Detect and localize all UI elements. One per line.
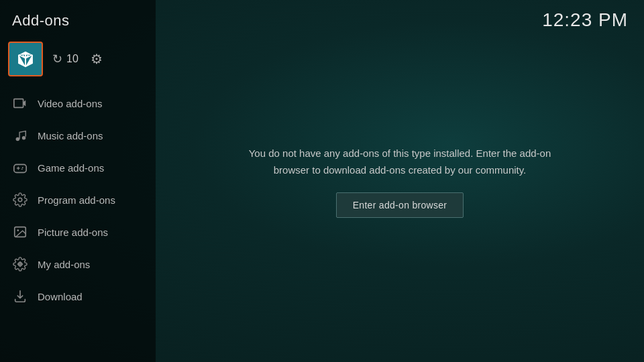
nav-item-game-addons[interactable]: Game add-ons [0, 152, 156, 184]
picture-icon [12, 224, 28, 240]
nav-item-my-addons[interactable]: My add-ons [0, 248, 156, 280]
game-icon [12, 160, 28, 176]
nav-item-picture-addons[interactable]: Picture add-ons [0, 216, 156, 248]
addon-box-icon [15, 49, 36, 69]
svg-point-7 [18, 198, 22, 202]
svg-point-2 [16, 137, 19, 141]
refresh-area[interactable]: ↻ 10 [52, 52, 78, 66]
nav-label-download: Download [38, 291, 83, 302]
music-icon [12, 127, 28, 143]
refresh-icon: ↻ [52, 52, 62, 66]
addon-icon-box[interactable] [8, 42, 43, 76]
svg-point-6 [21, 168, 23, 170]
svg-rect-4 [14, 164, 26, 172]
settings-icon[interactable]: ⚙ [91, 51, 103, 67]
svg-point-9 [17, 229, 19, 231]
main-content: You do not have any add-ons of this type… [156, 0, 644, 362]
svg-rect-0 [14, 99, 23, 108]
enter-addon-browser-button[interactable]: Enter add-on browser [336, 192, 464, 218]
nav-label-my-addons: My add-ons [38, 259, 90, 270]
program-icon [12, 192, 28, 208]
nav-item-download[interactable]: Download [0, 280, 156, 312]
nav-label-picture-addons: Picture add-ons [38, 227, 108, 238]
nav-item-video-addons[interactable]: Video add-ons [0, 87, 156, 119]
nav-label-game-addons: Game add-ons [38, 162, 104, 174]
nav-label-video-addons: Video add-ons [38, 98, 102, 109]
nav-item-music-addons[interactable]: Music add-ons [0, 119, 156, 152]
page-title: Add-ons [0, 0, 156, 39]
nav-item-program-addons[interactable]: Program add-ons [0, 184, 156, 216]
toolbar: ↻ 10 ⚙ [0, 39, 156, 87]
clock: 12:23 PM [542, 9, 628, 31]
nav-label-music-addons: Music add-ons [38, 130, 103, 141]
empty-state-message: You do not have any add-ons of this type… [246, 145, 554, 179]
nav-label-program-addons: Program add-ons [38, 194, 115, 206]
svg-point-5 [22, 167, 23, 168]
download-icon [12, 288, 28, 304]
empty-state: You do not have any add-ons of this type… [232, 131, 568, 231]
nav-list: Video add-ons Music add-ons Game add-ons… [0, 87, 156, 362]
svg-point-3 [22, 136, 26, 140]
sidebar: Add-ons ↻ 10 ⚙ Video add-ons [0, 0, 156, 362]
refresh-count: 10 [66, 53, 78, 65]
video-icon [12, 95, 28, 111]
myaddon-icon [12, 256, 28, 272]
